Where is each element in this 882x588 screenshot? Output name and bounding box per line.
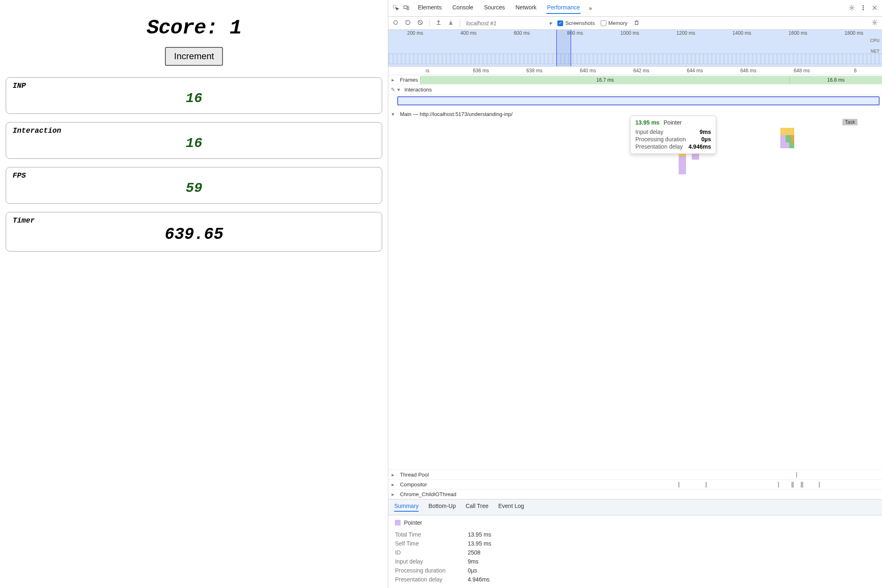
- panel-tab-performance[interactable]: Performance: [546, 2, 581, 14]
- collect-garbage-icon[interactable]: [633, 19, 640, 27]
- memory-checkbox[interactable]: Memory: [601, 20, 628, 26]
- frame-segment[interactable]: 16.8 ms: [789, 76, 882, 84]
- summary-value: 2508: [468, 549, 480, 556]
- flame-ruler: ıs636 ms638 ms640 ms642 ms644 ms646 ms64…: [388, 67, 882, 75]
- child-io-track[interactable]: ▸ Chrome_ChildIOThread: [388, 489, 882, 499]
- metric-card: INP16: [6, 77, 382, 114]
- flame-tick: 646 ms: [722, 67, 775, 75]
- screenshots-label: Screenshots: [565, 20, 595, 26]
- recording-select[interactable]: localhost #1 ▾: [466, 20, 552, 27]
- summary-key: Total Time: [395, 531, 460, 538]
- metric-card-title: Interaction: [13, 127, 375, 135]
- panel-tab-list: ElementsConsoleSourcesNetworkPerformance: [417, 2, 581, 14]
- flame-tick: 636 ms: [454, 67, 508, 75]
- reload-record-icon[interactable]: [405, 19, 411, 27]
- clear-icon[interactable]: [417, 19, 423, 27]
- summary-panel: Pointer Total Time13.95 msSelf Time13.95…: [388, 515, 882, 588]
- summary-key: Processing duration: [395, 567, 460, 574]
- perf-toolbar: localhost #1 ▾ ✓ Screenshots Memory: [388, 17, 882, 30]
- device-toolbar-icon[interactable]: [403, 4, 410, 12]
- more-tabs-button[interactable]: »: [588, 3, 593, 13]
- compositor-label: Compositor: [397, 480, 429, 489]
- svg-point-3: [851, 7, 853, 9]
- summary-rows: Total Time13.95 msSelf Time13.95 msID250…: [395, 530, 875, 584]
- frames-bar: 16.7 ms16.8 ms: [420, 76, 882, 84]
- inspect-element-icon[interactable]: [392, 4, 399, 12]
- expand-triangle-icon[interactable]: ▸: [388, 77, 397, 83]
- expand-triangle-icon[interactable]: ▸: [388, 472, 397, 478]
- dropdown-triangle-icon: ▾: [549, 20, 552, 27]
- svg-point-10: [874, 22, 875, 23]
- tooltip-rows: Input delay9msProcessing duration0µsPres…: [635, 128, 711, 150]
- close-icon[interactable]: [871, 4, 878, 12]
- settings-gear-icon[interactable]: [849, 4, 855, 12]
- metric-card: Interaction16: [6, 122, 382, 159]
- expand-triangle-icon[interactable]: ▸: [388, 491, 397, 497]
- overview-net-strip: [388, 53, 882, 64]
- devtools-tabs: ElementsConsoleSourcesNetworkPerformance…: [388, 0, 882, 17]
- metric-card-value: 16: [13, 91, 375, 106]
- summary-row: Total Time13.95 ms: [395, 530, 875, 539]
- summary-value: 4.946ms: [468, 576, 490, 583]
- svg-point-4: [863, 5, 864, 6]
- screenshots-checkbox[interactable]: ✓ Screenshots: [557, 20, 595, 26]
- collapse-triangle-icon[interactable]: ▾: [397, 87, 400, 93]
- tooltip-row: Processing duration0µs: [635, 136, 711, 143]
- memory-label: Memory: [608, 20, 628, 26]
- frames-track[interactable]: ▸ Frames 16.7 ms16.8 ms: [388, 75, 882, 85]
- panel-tab-console[interactable]: Console: [452, 2, 474, 14]
- svg-point-6: [863, 9, 864, 10]
- details-tab-bottom-up[interactable]: Bottom-Up: [428, 503, 456, 512]
- overview-tick: 1400 ms: [733, 30, 751, 36]
- details-tab-event-log[interactable]: Event Log: [498, 503, 524, 512]
- interaction-tooltip: 13.95 ms Pointer Input delay9msProcessin…: [630, 116, 716, 154]
- flame-chart[interactable]: ıs636 ms638 ms640 ms642 ms644 ms646 ms64…: [388, 67, 882, 499]
- main-flame-area[interactable]: Task 13.95 ms Pointer: [397, 119, 882, 470]
- summary-row: Self Time13.95 ms: [395, 539, 875, 548]
- summary-value: 13.95 ms: [468, 540, 491, 547]
- flame-tick: 640 ms: [561, 67, 615, 75]
- panel-tab-network[interactable]: Network: [514, 2, 537, 14]
- metric-card-value: 59: [13, 180, 375, 196]
- expand-triangle-icon[interactable]: ▸: [388, 481, 397, 488]
- metric-card: Timer639.65: [6, 212, 382, 252]
- panel-tab-elements[interactable]: Elements: [417, 2, 442, 14]
- upload-icon[interactable]: [435, 19, 442, 27]
- overview-tick: 600 ms: [514, 30, 530, 36]
- compositor-track[interactable]: ▸ Compositor: [388, 479, 882, 489]
- timeline-overview[interactable]: 200 ms400 ms600 ms800 ms1000 ms1200 ms14…: [388, 30, 882, 67]
- collapse-triangle-icon[interactable]: ▾: [388, 111, 397, 117]
- metric-card-title: INP: [13, 82, 375, 90]
- tooltip-row: Input delay9ms: [635, 128, 711, 136]
- metric-card-title: FPS: [13, 172, 375, 180]
- flame-tick: 644 ms: [668, 67, 722, 75]
- overview-selection[interactable]: [556, 30, 571, 66]
- score-value: 1: [229, 16, 241, 40]
- event-color-swatch: [395, 520, 401, 526]
- tooltip-time: 13.95 ms: [635, 119, 659, 126]
- demo-app: Score: 1 Increment INP16Interaction16FPS…: [0, 0, 388, 588]
- thread-pool-label: Thread Pool: [397, 470, 431, 479]
- summary-key: Self Time: [395, 540, 460, 547]
- increment-button[interactable]: Increment: [165, 47, 223, 66]
- frame-segment[interactable]: 16.7 ms: [420, 76, 789, 84]
- task-block[interactable]: Task: [842, 119, 858, 125]
- interaction-span[interactable]: [397, 96, 880, 105]
- record-icon[interactable]: [392, 19, 399, 27]
- flame-tick: 642 ms: [615, 67, 668, 75]
- more-menu-icon[interactable]: [860, 4, 866, 12]
- details-tab-call-tree[interactable]: Call Tree: [466, 503, 488, 512]
- details-tab-summary[interactable]: Summary: [394, 503, 419, 512]
- download-icon[interactable]: [448, 19, 454, 27]
- svg-rect-1: [404, 6, 407, 9]
- panel-tab-sources[interactable]: Sources: [483, 2, 506, 14]
- flame-tick: ıs: [401, 67, 454, 75]
- flame-tick: 638 ms: [508, 67, 561, 75]
- thread-pool-track[interactable]: ▸ Thread Pool: [388, 470, 882, 479]
- summary-key: ID: [395, 549, 460, 556]
- metric-card-value: 16: [13, 136, 375, 151]
- capture-settings-gear-icon[interactable]: [871, 19, 878, 27]
- overview-ruler: 200 ms400 ms600 ms800 ms1000 ms1200 ms14…: [388, 30, 882, 36]
- edit-pencil-icon[interactable]: ✎: [388, 87, 397, 93]
- interactions-track-header[interactable]: ✎ ▾ Interactions: [388, 85, 882, 95]
